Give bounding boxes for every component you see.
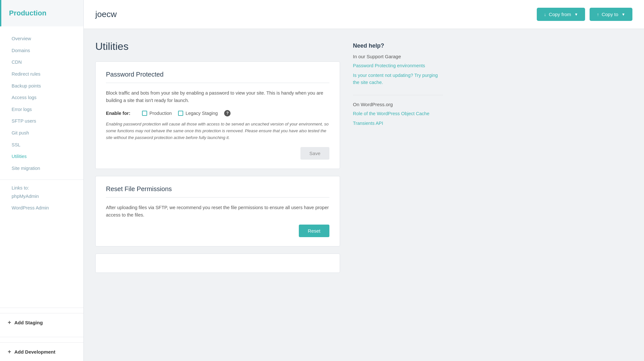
app-layout: Production Overview Domains CDN Redirect… [0, 0, 644, 361]
copy-to-label: Copy to [601, 12, 618, 17]
main-content: joecw ↓ Copy from ▼ ↑ Copy to ▼ Utilitie… [84, 0, 644, 361]
checkbox-group: Production Legacy Staging ? [142, 110, 231, 116]
plus-icon-staging: + [8, 319, 11, 326]
copy-to-arrow-icon: ↑ [597, 12, 599, 17]
sidebar-item-redirect-rules[interactable]: Redirect rules [0, 68, 83, 80]
legacy-staging-checkbox-label: Legacy Staging [185, 111, 218, 116]
reset-button[interactable]: Reset [299, 225, 329, 237]
add-staging-label: Add Staging [14, 320, 43, 325]
content-sidebar: Need help? In our Support Garage Passwor… [353, 41, 443, 136]
add-development-button[interactable]: + Add Development [0, 342, 83, 361]
sidebar-item-git-push[interactable]: Git push [0, 127, 83, 139]
help-icon[interactable]: ? [224, 110, 231, 116]
sidebar-item-sftp-users[interactable]: SFTP users [0, 115, 83, 127]
production-checkbox-label: Production [149, 111, 172, 116]
sidebar-item-access-logs[interactable]: Access logs [0, 92, 83, 104]
password-protected-description: Block traffic and bots from your site by… [106, 89, 329, 104]
wordpress-org-subtitle: On WordPress.org [353, 102, 443, 107]
sidebar: Production Overview Domains CDN Redirect… [0, 0, 84, 361]
sidebar-item-phpmyadmin[interactable]: phpMyAdmin [0, 190, 83, 202]
password-protected-card: Password Protected Block traffic and bot… [95, 61, 340, 169]
production-checkbox-item[interactable]: Production [142, 111, 172, 116]
topbar: joecw ↓ Copy from ▼ ↑ Copy to ▼ [84, 0, 644, 29]
sidebar-item-site-migration[interactable]: Site migration [0, 162, 83, 174]
save-button[interactable]: Save [300, 147, 329, 160]
sidebar-nav: Overview Domains CDN Redirect rules Back… [0, 26, 83, 302]
plus-icon-development: + [8, 348, 11, 355]
wordpress-link-0[interactable]: Role of the WordPress Object Cache [353, 110, 443, 117]
add-development-label: Add Development [14, 349, 56, 355]
sidebar-item-ssl[interactable]: SSL [0, 139, 83, 151]
reset-file-permissions-card: Reset File Permissions After uploading f… [95, 176, 340, 246]
wordpress-link-1[interactable]: Transients API [353, 120, 443, 127]
copy-to-button[interactable]: ↑ Copy to ▼ [590, 8, 632, 21]
copy-from-caret-icon: ▼ [574, 12, 578, 17]
sidebar-item-backup-points[interactable]: Backup points [0, 80, 83, 92]
sidebar-item-wordpress-admin[interactable]: WordPress Admin [0, 202, 83, 214]
sidebar-item-error-logs[interactable]: Error logs [0, 104, 83, 116]
copy-to-caret-icon: ▼ [621, 12, 625, 17]
legacy-staging-checkbox-item[interactable]: Legacy Staging [178, 111, 218, 116]
sidebar-section-divider-2 [0, 337, 83, 337]
sidebar-item-domains[interactable]: Domains [0, 45, 83, 57]
page-title: Utilities [95, 41, 340, 52]
reset-file-permissions-title: Reset File Permissions [106, 185, 329, 198]
support-link-1[interactable]: Is your content not updating? Try purgin… [353, 72, 443, 86]
topbar-actions: ↓ Copy from ▼ ↑ Copy to ▼ [537, 8, 632, 21]
sidebar-header: Production [0, 0, 83, 26]
copy-from-button[interactable]: ↓ Copy from ▼ [537, 8, 585, 21]
side-divider [353, 95, 443, 95]
support-garage-subtitle: In our Support Garage [353, 54, 443, 59]
password-warning: Enabling password protection will cause … [106, 121, 329, 141]
save-actions: Save [106, 147, 329, 160]
need-help-section: Need help? In our Support Garage Passwor… [353, 42, 443, 86]
sidebar-item-overview[interactable]: Overview [0, 33, 83, 45]
legacy-staging-checkbox[interactable] [178, 111, 183, 116]
content-main: Utilities Password Protected Block traff… [95, 41, 340, 280]
password-protected-title: Password Protected [106, 71, 329, 83]
copy-from-arrow-icon: ↓ [544, 12, 546, 17]
sidebar-section-divider-1 [0, 308, 83, 308]
enable-for-label: Enable for: [106, 111, 135, 116]
links-to-label: Links to: [0, 180, 41, 192]
reset-file-permissions-description: After uploading files via SFTP, we recom… [106, 204, 329, 219]
page-site-title: joecw [95, 9, 117, 19]
wordpress-org-section: On WordPress.org Role of the WordPress O… [353, 102, 443, 127]
extra-card [95, 254, 340, 273]
need-help-title: Need help? [353, 42, 443, 49]
sidebar-item-cdn[interactable]: CDN [0, 56, 83, 68]
add-staging-button[interactable]: + Add Staging [0, 313, 83, 332]
environment-title: Production [9, 9, 46, 17]
enable-for-row: Enable for: Production Legacy Staging ? [106, 110, 329, 116]
copy-from-label: Copy from [549, 12, 571, 17]
sidebar-divider [0, 180, 83, 180]
content-area: Utilities Password Protected Block traff… [84, 29, 644, 361]
production-checkbox[interactable] [142, 111, 147, 116]
sidebar-item-utilities[interactable]: Utilities [0, 151, 83, 162]
reset-actions: Reset [106, 225, 329, 237]
support-link-0[interactable]: Password Protecting environments [353, 62, 443, 69]
